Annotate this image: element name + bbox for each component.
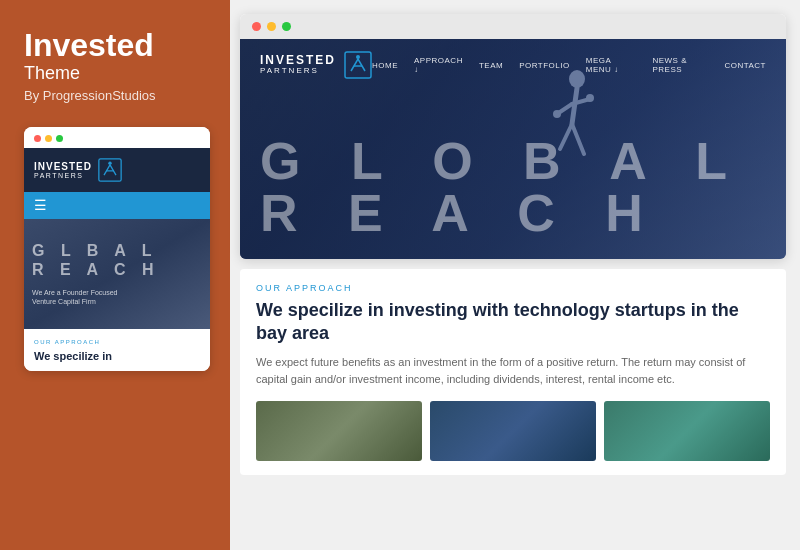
- mobile-approach-label: OUR APPROACH: [34, 339, 200, 345]
- mobile-hero-section: G L B A L R E A C H We Are a Founder Foc…: [24, 219, 210, 329]
- mobile-dot-green: [56, 135, 63, 142]
- approach-heading: We specilize in investing with technolog…: [256, 299, 770, 346]
- mobile-hero-line1: G L B A L: [32, 241, 202, 260]
- mobile-approach-section: OUR APPROACH We specilize in: [24, 329, 210, 371]
- mobile-hero-text: G L B A L R E A C H We Are a Founder Foc…: [24, 219, 210, 329]
- desktop-browser-bar: [240, 14, 786, 39]
- nav-mega-menu[interactable]: MEGA MENU ↓: [586, 56, 637, 74]
- desktop-dot-green: [282, 22, 291, 31]
- nav-news[interactable]: NEWS & PRESS: [652, 56, 708, 74]
- nav-contact[interactable]: CONTACT: [724, 61, 766, 70]
- mobile-window-controls: [34, 135, 63, 142]
- hamburger-icon[interactable]: ☰: [34, 197, 47, 214]
- desktop-logo: INVESTED PARTNERS: [260, 51, 372, 79]
- mobile-dot-red: [34, 135, 41, 142]
- svg-point-11: [356, 55, 360, 59]
- svg-point-9: [586, 94, 594, 102]
- desktop-dot-red: [252, 22, 261, 31]
- strip-image-2: [430, 401, 596, 461]
- desktop-logo-text-block: INVESTED PARTNERS: [260, 54, 336, 76]
- desktop-dot-yellow: [267, 22, 276, 31]
- sidebar: Invested Theme By ProgressionStudios INV…: [0, 0, 230, 550]
- nav-home[interactable]: HOME: [372, 61, 398, 70]
- image-strip: [256, 401, 770, 461]
- main-content: INVESTED PARTNERS HOME APPROACH ↓ TEAM P…: [230, 0, 800, 550]
- desktop-browser-mockup: INVESTED PARTNERS HOME APPROACH ↓ TEAM P…: [240, 14, 786, 259]
- theme-author: By ProgressionStudios: [24, 88, 210, 103]
- mobile-approach-title: We specilize in: [34, 349, 200, 363]
- nav-approach[interactable]: APPROACH ↓: [414, 56, 463, 74]
- desktop-logo-icon: [344, 51, 372, 79]
- desktop-hero-line1: G L O B A L: [260, 135, 766, 187]
- mobile-logo-text-block: INVESTED PARTNERS: [34, 161, 92, 180]
- svg-line-3: [572, 88, 577, 124]
- desktop-hero-text: G L O B A L R E A C H: [260, 135, 766, 239]
- desktop-navigation: INVESTED PARTNERS HOME APPROACH ↓ TEAM P…: [240, 39, 786, 91]
- mobile-preview-card: INVESTED PARTNERS ☰ G L B A L R: [24, 127, 210, 371]
- desktop-nav-links: HOME APPROACH ↓ TEAM PORTFOLIO MEGA MENU…: [372, 56, 766, 74]
- desktop-hero-line2: R E A C H: [260, 187, 766, 239]
- desktop-hero-section: INVESTED PARTNERS HOME APPROACH ↓ TEAM P…: [240, 39, 786, 259]
- svg-point-1: [108, 162, 111, 165]
- approach-body: We expect future benefits as an investme…: [256, 354, 770, 389]
- mobile-logo-icon: [98, 158, 122, 182]
- mobile-logo: INVESTED PARTNERS: [34, 158, 122, 182]
- svg-point-8: [553, 110, 561, 118]
- nav-portfolio[interactable]: PORTFOLIO: [519, 61, 570, 70]
- mobile-dot-yellow: [45, 135, 52, 142]
- approach-label: OUR APPROACH: [256, 283, 770, 293]
- theme-title: Invested Theme: [24, 28, 210, 88]
- mobile-nav-bar[interactable]: ☰: [24, 192, 210, 219]
- mobile-hero-tagline: We Are a Founder Focused Venture Capital…: [32, 288, 202, 308]
- strip-image-3: [604, 401, 770, 461]
- mobile-browser-bar: [24, 127, 210, 148]
- nav-team[interactable]: TEAM: [479, 61, 503, 70]
- info-section: OUR APPROACH We specilize in investing w…: [240, 269, 786, 475]
- strip-image-1: [256, 401, 422, 461]
- mobile-site-header: INVESTED PARTNERS: [24, 148, 210, 192]
- mobile-hero-line2: R E A C H: [32, 260, 202, 279]
